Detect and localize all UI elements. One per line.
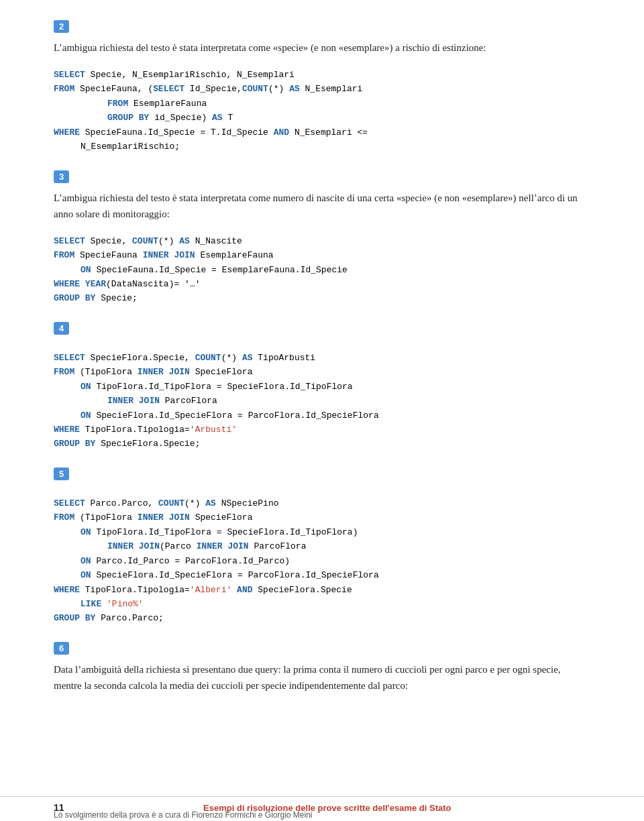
section-badge-6: 6 [54, 642, 69, 655]
section-2-code: SELECT Specie, N_EsemplariRischio, N_Ese… [54, 65, 590, 157]
section-2-prose: L’ambigua richiesta del testo è stata in… [54, 40, 590, 56]
section-4-code: SELECT SpecieFlora.Specie, COUNT(*) AS T… [54, 348, 590, 454]
section-3-code: SELECT Specie, COUNT(*) AS N_Nascite FRO… [54, 231, 590, 309]
section-badge-4: 4 [54, 322, 69, 335]
section-badge-3: 3 [54, 170, 69, 183]
section-5-code: SELECT Parco.Parco, COUNT(*) AS NSpecieP… [54, 494, 590, 628]
footer-divider [0, 796, 644, 797]
section-6: 6 Data l’ambiguità della richiesta si pr… [54, 642, 590, 694]
page-content: 2 L’ambigua richiesta del testo è stata … [0, 0, 644, 761]
section-5: 5 SELECT Parco.Parco, COUNT(*) AS NSpeci… [54, 468, 590, 628]
section-badge-2: 2 [54, 20, 69, 33]
section-4: 4 SELECT SpecieFlora.Specie, COUNT(*) AS… [54, 322, 590, 454]
section-badge-5: 5 [54, 468, 69, 480]
footer-author: Lo svolgimento della prova è a cura di F… [0, 809, 644, 821]
section-2: 2 L’ambigua richiesta del testo è stata … [54, 20, 590, 157]
section-6-prose: Data l’ambiguità della richiesta si pres… [54, 661, 590, 694]
section-3: 3 L’ambigua richiesta del testo è stata … [54, 170, 590, 309]
section-3-prose: L’ambigua richiesta del testo è stata in… [54, 190, 590, 222]
